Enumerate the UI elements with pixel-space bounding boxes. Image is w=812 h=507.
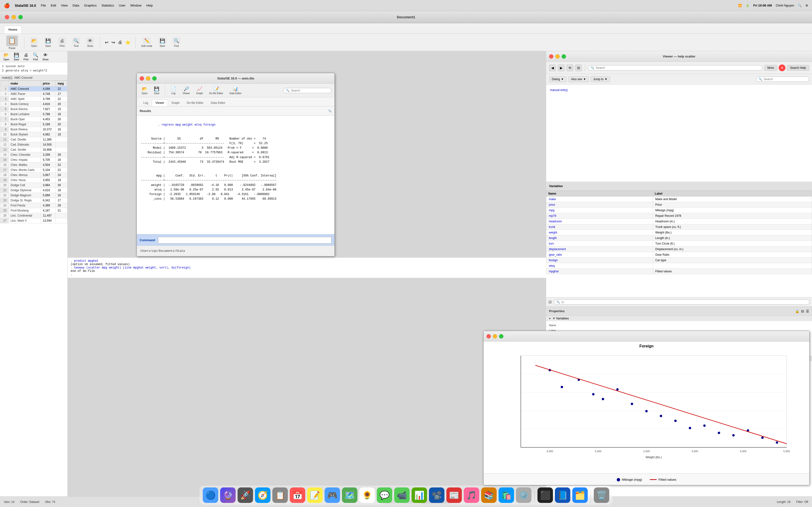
- table-row[interactable]: 8 Buick Regal 5,189 20: [0, 122, 67, 127]
- graph-minimize-btn[interactable]: [493, 334, 497, 338]
- print2-button[interactable]: 🖨: [117, 39, 123, 46]
- auto-dataeditor-btn[interactable]: 📊 Data Editor: [227, 85, 243, 96]
- apple-icon[interactable]: 🍎: [4, 3, 10, 8]
- auto-search-box[interactable]: 🔍: [283, 88, 332, 93]
- auto-tab-graph[interactable]: Graph: [168, 100, 183, 106]
- table-row[interactable]: 11 Cad. Deville 11,385: [0, 137, 67, 142]
- table-row[interactable]: 7 Buick Opel 4,453 26: [0, 117, 67, 122]
- dock-photos-icon[interactable]: 🌻: [359, 488, 375, 503]
- dock-news-icon[interactable]: 📰: [446, 488, 462, 503]
- auto-log-btn[interactable]: 📄 Log: [168, 85, 178, 96]
- viewer-close-btn[interactable]: [549, 54, 553, 59]
- auto-viewer-btn[interactable]: 🔎 Viewer: [181, 85, 192, 96]
- var-table-row[interactable]: rep78 Repair Record 1978: [546, 213, 812, 219]
- star-button[interactable]: ⭐: [124, 39, 132, 46]
- de-save-btn[interactable]: 💾 Save: [12, 52, 20, 62]
- col-header-price[interactable]: price: [41, 81, 56, 87]
- redo-button[interactable]: ↪: [110, 39, 116, 46]
- dock-misc1-icon[interactable]: 📋: [272, 488, 288, 503]
- graph-fullscreen-btn[interactable]: [499, 334, 503, 338]
- var-table-row[interactable]: trunk Trunk space (cu. ft.): [546, 224, 812, 230]
- menu-user[interactable]: User: [119, 4, 125, 7]
- auto-fullscreen-btn[interactable]: [152, 76, 157, 80]
- auto-tab-viewer[interactable]: Viewer: [152, 100, 168, 106]
- home-tab[interactable]: Home: [4, 25, 22, 34]
- dock-stata-icon[interactable]: ⬛: [538, 488, 553, 503]
- de-print-btn[interactable]: 🖨 Print: [22, 52, 30, 62]
- table-row[interactable]: 14 Chev. Chevette 3,299 29: [0, 152, 67, 157]
- graph-close-btn[interactable]: [487, 334, 491, 338]
- command-input[interactable]: [158, 237, 332, 243]
- var-filter-input[interactable]: [561, 300, 807, 303]
- dialog-btn[interactable]: Dialog ▼: [549, 76, 566, 82]
- control-center-icon[interactable]: ⚙: [806, 4, 808, 7]
- var-table-row[interactable]: weight Weight (lbs.): [546, 230, 812, 235]
- viewer-break-btn[interactable]: ✕: [779, 64, 785, 71]
- dock-siri-icon[interactable]: 🔮: [220, 488, 236, 503]
- dock-finder-icon[interactable]: 🔵: [203, 488, 218, 503]
- table-row[interactable]: 13 Cad. Seville 15,906: [0, 147, 67, 152]
- auto-tab-dataeditor[interactable]: Data Editor: [207, 100, 229, 106]
- viewer-back-btn[interactable]: ◀: [549, 64, 556, 71]
- also-see-btn[interactable]: Also see ▼: [568, 76, 589, 82]
- dock-appstore-icon[interactable]: 🛍️: [499, 488, 514, 503]
- print-button[interactable]: 🖨 Print: [56, 37, 68, 48]
- var-table-row[interactable]: foreign Car type: [546, 258, 812, 263]
- menu-edit[interactable]: Edit: [51, 4, 56, 7]
- auto-save-btn[interactable]: 💾 Save: [152, 85, 161, 96]
- save-button[interactable]: 💾 Save: [42, 37, 54, 48]
- viewer-forward-btn[interactable]: ▶: [558, 64, 564, 71]
- data-table[interactable]: make price mpg 1 AMC Concord 4,099 22 2 …: [0, 80, 67, 497]
- dock-launchpad-icon[interactable]: 🚀: [238, 488, 253, 503]
- table-row[interactable]: 23 Dodge St. Regis 6,342 17: [0, 198, 67, 203]
- var-col-name[interactable]: Name: [546, 191, 653, 196]
- table-row[interactable]: 18 Chev. Monza 3,667 24: [0, 173, 67, 178]
- menubar-search-icon[interactable]: 🔍: [798, 4, 802, 7]
- viewer-reload-btn[interactable]: ⟲: [566, 64, 573, 71]
- dock-numbers-icon[interactable]: 📊: [412, 488, 427, 503]
- table-row[interactable]: 4 Buick Century 4,816 20: [0, 102, 67, 107]
- menu-graphics[interactable]: Graphics: [84, 4, 97, 7]
- dock-trash-icon[interactable]: 🗑️: [594, 488, 609, 503]
- undo-button[interactable]: ↩: [104, 39, 109, 46]
- dock-ibooks-icon[interactable]: 📚: [481, 488, 497, 503]
- table-row[interactable]: 27 Linc. Mark V 13,594: [0, 218, 67, 223]
- viewer-fullscreen-btn[interactable]: [562, 54, 566, 59]
- de-show-btn[interactable]: 👁 Show: [41, 52, 50, 62]
- table-row[interactable]: 12 Cad. Eldorado 14,500: [0, 142, 67, 147]
- auto-tab-dofile[interactable]: Do-file Editor: [183, 100, 207, 106]
- table-row[interactable]: 9 Buick Riviera 10,372 16: [0, 127, 67, 132]
- var-table-row[interactable]: displacement Displacement (cu. in.): [546, 246, 812, 252]
- auto-dofile-btn[interactable]: 📝 Do-file Editor: [207, 85, 225, 96]
- properties-lock-icon[interactable]: 🔒: [795, 309, 799, 313]
- auto-tab-log[interactable]: Log: [140, 100, 152, 106]
- table-row[interactable]: 3 AMC Spirit 3,799 22: [0, 97, 67, 102]
- viewer-right-search-input[interactable]: [764, 77, 802, 81]
- properties-collapse-icon[interactable]: ⊟: [801, 309, 804, 313]
- viewer-search-input[interactable]: [596, 66, 760, 69]
- open-button[interactable]: 📂 Open: [28, 37, 40, 48]
- viewer-right-search-field[interactable]: 🔍: [756, 76, 809, 82]
- dock-systemprefs-icon[interactable]: ⚙️: [516, 488, 531, 503]
- var-table-row[interactable]: price Price: [546, 202, 812, 208]
- results-search-icon[interactable]: 🔍: [328, 109, 332, 113]
- table-row[interactable]: 21 Dodge Diplomat 4,010 18: [0, 188, 67, 193]
- var-table-row[interactable]: length Length (in.): [546, 235, 812, 241]
- close-button[interactable]: [5, 15, 9, 19]
- var-col-label[interactable]: Label: [653, 191, 812, 196]
- auto-open-btn[interactable]: 📂 Open: [140, 85, 149, 96]
- save2-button[interactable]: 💾 Save: [157, 37, 168, 48]
- dock-finder2-icon[interactable]: 🗂️: [572, 488, 588, 503]
- var-table-row[interactable]: make Make and Model: [546, 196, 812, 202]
- menu-help[interactable]: Help: [146, 4, 153, 7]
- auto-graph-btn[interactable]: 📈 Graph: [194, 85, 205, 96]
- table-row[interactable]: 16 Chev. Malibu 4,504 22: [0, 163, 67, 168]
- table-row[interactable]: 1 AMC Concord 4,099 22: [0, 87, 67, 92]
- auto-minimize-btn[interactable]: [146, 76, 150, 80]
- dock-maps-icon[interactable]: 🗺️: [342, 488, 357, 503]
- var-table-row[interactable]: turn Turn Circle (ft.): [546, 241, 812, 246]
- dock-facetime-icon[interactable]: 📹: [394, 488, 410, 503]
- var-table-row[interactable]: gear_ratio Gear Ratio: [546, 252, 812, 258]
- props-variables-section[interactable]: ▼ ▼ Variables: [546, 316, 812, 321]
- find-button[interactable]: 🔍 Find: [70, 37, 82, 48]
